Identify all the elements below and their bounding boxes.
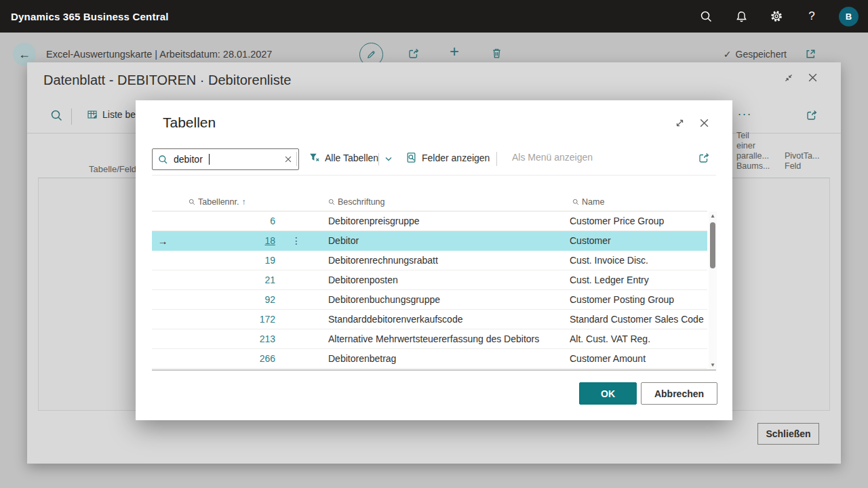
notifications-bell-icon[interactable]: [733, 8, 749, 24]
divider: [152, 175, 716, 176]
cancel-button[interactable]: Abbrechen: [641, 382, 717, 405]
cell-name: Cust. Invoice Disc.: [570, 255, 707, 266]
app-title: Dynamics 365 Business Central: [11, 11, 169, 22]
cell-tabellennr[interactable]: 266: [174, 353, 275, 364]
cell-beschriftung: Standarddebitorenverkaufscode: [317, 314, 570, 325]
modal-footer: OK Abbrechen: [136, 382, 732, 404]
clear-search-icon[interactable]: [283, 155, 293, 164]
tables-list: 6 Debitorenpreisgruppe Customer Price Gr…: [152, 211, 707, 369]
modal-title: Tabellen: [163, 115, 216, 131]
top-app-bar: Dynamics 365 Business Central ? B: [0, 0, 868, 33]
search-icon: [158, 155, 168, 165]
cell-beschriftung: Alternative Mehrwertsteuererfassung des …: [317, 333, 570, 344]
show-fields-button[interactable]: Felder anzeigen: [406, 152, 490, 163]
chevron-down-icon[interactable]: [384, 155, 393, 164]
screen: Dynamics 365 Business Central ? B ← Exce…: [0, 0, 868, 488]
close-icon[interactable]: [698, 117, 710, 129]
scroll-up-icon[interactable]: ▲: [709, 213, 717, 219]
settings-gear-icon[interactable]: [768, 8, 785, 24]
table-row[interactable]: 92 Debitorenbuchungsgruppe Customer Post…: [152, 290, 707, 310]
list-bottom-edge: [152, 369, 716, 371]
cell-beschriftung: Debitorenbetrag: [317, 353, 570, 364]
column-search-icon: [572, 199, 579, 205]
table-header-row: Tabellennr. ↑ Beschriftung Name: [152, 193, 707, 211]
ok-button[interactable]: OK: [579, 382, 637, 405]
sort-ascending-icon: ↑: [241, 197, 245, 207]
divider: [296, 152, 297, 166]
filter-funnel-icon: [309, 152, 320, 163]
column-header-tabellennr[interactable]: Tabellennr. ↑: [174, 197, 275, 207]
table-row[interactable]: 21 Debitorenposten Cust. Ledger Entry: [152, 270, 707, 290]
cell-name: Customer Amount: [570, 353, 707, 364]
show-as-menu-button[interactable]: Als Menü anzeigen: [512, 152, 593, 163]
divider: [496, 152, 497, 166]
expand-icon[interactable]: [674, 117, 686, 129]
column-search-icon: [189, 199, 195, 205]
column-search-icon: [328, 199, 335, 205]
cell-tabellennr[interactable]: 92: [174, 294, 275, 305]
column-header-name[interactable]: Name: [570, 197, 707, 207]
show-as-menu-label: Als Menü anzeigen: [512, 152, 593, 163]
table-row[interactable]: 19 Debitorenrechnungsrabatt Cust. Invoic…: [152, 251, 707, 270]
cell-beschriftung: Debitorenpreisgruppe: [317, 216, 570, 226]
table-row[interactable]: 6 Debitorenpreisgruppe Customer Price Gr…: [152, 211, 707, 231]
cell-beschriftung: Debitorenbuchungsgruppe: [317, 294, 570, 305]
cell-tabellennr[interactable]: 21: [174, 274, 275, 285]
text-caret: [209, 154, 210, 165]
vertical-scrollbar[interactable]: ▲ ▼: [709, 211, 717, 369]
search-input[interactable]: debitor: [152, 148, 299, 170]
cell-beschriftung: Debitorenrechnungsrabatt: [317, 255, 570, 266]
cell-tabellennr[interactable]: 213: [174, 333, 275, 344]
filter-all-tables-button[interactable]: Alle Tabellen: [309, 152, 378, 163]
table-row[interactable]: 213 Alternative Mehrwertsteuererfassung …: [152, 329, 707, 349]
filter-label: Alle Tabellen: [325, 152, 378, 163]
cell-beschriftung: Debitor: [317, 235, 570, 246]
fields-magnifier-doc-icon: [406, 152, 417, 163]
cell-tabellennr[interactable]: 19: [174, 255, 275, 266]
avatar[interactable]: B: [839, 7, 859, 26]
cell-tabellennr[interactable]: 172: [174, 314, 275, 325]
column-header-beschriftung[interactable]: Beschriftung: [317, 197, 570, 207]
help-icon[interactable]: ?: [804, 8, 820, 24]
cell-name: Customer: [570, 235, 707, 246]
cell-name: Standard Customer Sales Code: [570, 314, 707, 325]
table-row[interactable]: → 18 ⋮ Debitor Customer: [152, 231, 707, 251]
modal-toolbar: debitor Alle Tabellen Felder anz: [136, 148, 732, 176]
search-icon[interactable]: [698, 8, 714, 24]
row-menu-dots-icon[interactable]: ⋮: [275, 235, 317, 246]
cell-name: Alt. Cust. VAT Reg.: [570, 333, 707, 344]
cell-name: Customer Posting Group: [570, 294, 707, 305]
cell-name: Customer Price Group: [570, 216, 707, 226]
tabellen-modal: Tabellen debitor Alle Ta: [136, 100, 732, 420]
cell-tabellennr[interactable]: 18: [174, 235, 275, 246]
table-row[interactable]: 266 Debitorenbetrag Customer Amount: [152, 349, 707, 369]
divider: [378, 153, 379, 165]
search-value: debitor: [174, 154, 203, 165]
show-fields-label: Felder anzeigen: [422, 152, 490, 163]
cell-tabellennr[interactable]: 6: [174, 216, 275, 226]
scrollbar-thumb[interactable]: [710, 222, 715, 268]
selected-row-arrow-icon: →: [152, 235, 174, 247]
scroll-down-icon[interactable]: ▼: [709, 362, 717, 368]
share-icon[interactable]: [698, 152, 710, 164]
cell-name: Cust. Ledger Entry: [570, 274, 707, 285]
cell-beschriftung: Debitorenposten: [317, 274, 570, 285]
table-row[interactable]: 172 Standarddebitorenverkaufscode Standa…: [152, 310, 707, 329]
